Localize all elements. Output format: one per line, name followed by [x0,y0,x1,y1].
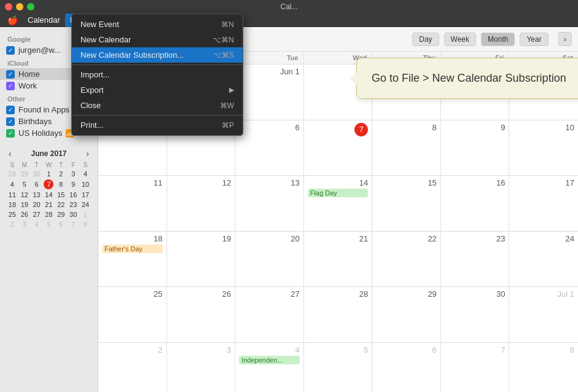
cal-day-jun7-today[interactable]: 7 [304,120,373,176]
cal-day-jul5[interactable]: 5 [304,343,373,392]
mini-day[interactable]: 4 [79,169,92,179]
cal-day-jun14[interactable]: 14 Flag Day [304,176,373,231]
cal-day-jun20[interactable]: 20 [235,232,304,287]
window-controls[interactable] [5,3,34,10]
cal-day-jun6[interactable]: 6 [235,120,304,176]
cal-day-jun29[interactable]: 29 [372,287,441,342]
mini-day[interactable]: 2 [55,169,67,179]
cal-day-jun25[interactable]: 25 [98,287,167,342]
cal-day-jul1[interactable]: Jul 1 [509,287,578,342]
mini-day[interactable]: 8 [79,219,92,229]
checkbox-us-holidays[interactable]: ✓ [6,129,15,138]
mini-day[interactable]: 4 [6,179,18,190]
mini-day-today[interactable]: 7 [43,179,55,190]
cal-month-view[interactable]: Month [481,33,515,46]
mini-day[interactable]: 30 [67,210,79,219]
cal-day-jun17[interactable]: 17 [509,176,578,231]
menu-item-new-calendar[interactable]: New Calendar ⌥⌘N [72,32,243,47]
cal-day-jun28[interactable]: 28 [304,287,373,342]
cal-forward-button[interactable]: › [558,32,572,46]
checkbox-found-in-apps[interactable]: ✓ [6,106,15,114]
mini-day[interactable]: 21 [43,200,55,210]
mini-day[interactable]: 28 [6,169,18,179]
close-button[interactable] [5,3,12,10]
mini-day[interactable]: 1 [79,210,92,219]
cal-day-jun11[interactable]: 11 [98,176,167,231]
cal-day-jun23[interactable]: 23 [441,232,510,287]
mini-day[interactable]: 7 [67,219,79,229]
cal-day-jul4[interactable]: 4 Independen... [235,343,304,392]
event-fathers-day[interactable]: Father's Day [102,245,163,253]
mini-day[interactable]: 8 [55,179,67,190]
event-flag-day[interactable]: Flag Day [308,189,369,197]
cal-day-jun12[interactable]: 12 [167,176,236,231]
mini-day[interactable]: 16 [67,190,79,200]
cal-day-jun19[interactable]: 19 [167,232,236,287]
cal-day-view[interactable]: Day [412,33,439,46]
mini-day[interactable]: 17 [79,190,92,200]
mini-day[interactable]: 6 [55,219,67,229]
menu-item-close[interactable]: Close ⌘W [72,98,243,113]
cal-day-jun26[interactable]: 26 [167,287,236,342]
mini-day[interactable]: 22 [55,200,67,210]
mini-day[interactable]: 26 [18,210,31,219]
cal-day-jul7[interactable]: 7 [441,343,510,392]
mini-day[interactable]: 2 [6,219,18,229]
mini-day[interactable]: 28 [43,210,55,219]
cal-week-view[interactable]: Week [444,33,476,46]
cal-day-jun8[interactable]: 8 [372,120,441,176]
mini-day[interactable]: 23 [67,200,79,210]
cal-day-jun13[interactable]: 13 [235,176,304,231]
cal-day-jun21[interactable]: 21 [304,232,373,287]
mini-day[interactable]: 18 [6,200,18,210]
checkbox-google[interactable]: ✓ [6,46,15,55]
mini-day[interactable]: 24 [79,200,92,210]
mini-day[interactable]: 9 [67,179,79,190]
mini-day[interactable]: 12 [18,190,31,200]
cal-day-jun16[interactable]: 16 [441,176,510,231]
mini-day[interactable]: 5 [43,219,55,229]
menu-item-new-event[interactable]: New Event ⌘N [72,17,243,32]
checkbox-work[interactable]: ✓ [6,82,15,90]
mini-day[interactable]: 13 [31,190,43,200]
cal-day-jun24[interactable]: 24 [509,232,578,287]
mini-day[interactable]: 29 [18,169,31,179]
cal-day-jul3[interactable]: 3 [167,343,236,392]
cal-day-jul2[interactable]: 2 [98,343,167,392]
cal-day-jun10[interactable]: 10 [509,120,578,176]
mini-day[interactable]: 27 [31,210,43,219]
cal-day-jun27[interactable]: 27 [235,287,304,342]
apple-menu[interactable]: 🍎 [2,15,23,25]
mini-day[interactable]: 10 [79,179,92,190]
maximize-button[interactable] [27,3,34,10]
cal-day-jun1[interactable]: Jun 1 [235,65,304,120]
mini-day[interactable]: 3 [67,169,79,179]
menu-item-import[interactable]: Import... [72,67,243,82]
menu-item-print[interactable]: Print... ⌘P [72,117,243,133]
checkbox-home[interactable]: ✓ [6,70,15,79]
mini-day[interactable]: 14 [43,190,55,200]
cal-day-jul6[interactable]: 6 [372,343,441,392]
mini-day[interactable]: 11 [6,190,18,200]
mini-cal-next[interactable]: › [84,149,92,159]
checkbox-birthdays[interactable]: ✓ [6,117,15,126]
cal-day-jun30[interactable]: 30 [441,287,510,342]
menu-item-export[interactable]: Export ▶ [72,82,243,98]
cal-day-jun22[interactable]: 22 [372,232,441,287]
cal-day-jun18[interactable]: 18 Father's Day [98,232,167,287]
mini-day[interactable]: 20 [31,200,43,210]
mini-day[interactable]: 29 [55,210,67,219]
menubar-calendar[interactable]: Calendar [23,14,65,27]
cal-day-jun9[interactable]: 9 [441,120,510,176]
event-independence[interactable]: Independen... [239,356,300,364]
mini-day[interactable]: 4 [31,219,43,229]
mini-day[interactable]: 15 [55,190,67,200]
menu-item-new-calendar-subscription[interactable]: New Calendar Subscription... ⌥⌘S [72,47,243,63]
mini-day[interactable]: 6 [31,179,43,190]
mini-day[interactable]: 19 [18,200,31,210]
mini-day[interactable]: 3 [18,219,31,229]
mini-day[interactable]: 25 [6,210,18,219]
mini-cal-prev[interactable]: ‹ [6,149,14,159]
cal-day-jun15[interactable]: 15 [372,176,441,231]
mini-day[interactable]: 1 [43,169,55,179]
